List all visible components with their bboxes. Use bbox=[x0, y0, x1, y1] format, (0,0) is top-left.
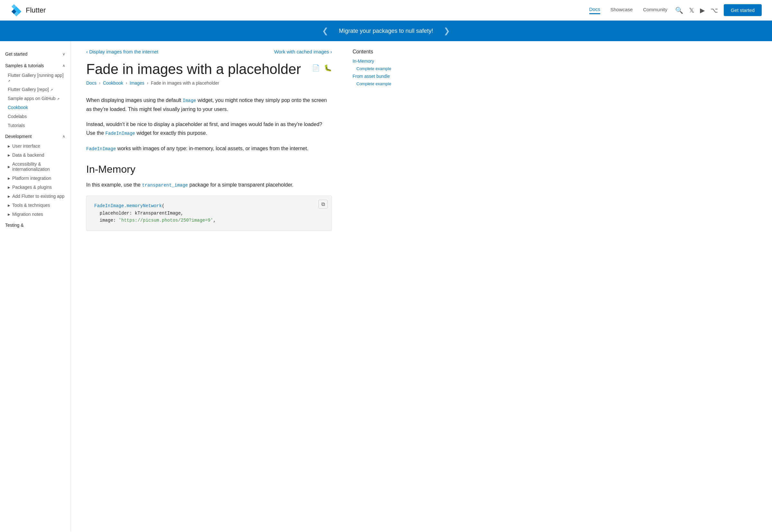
fadeinimage-link-2[interactable]: FadeInImage bbox=[86, 146, 116, 151]
sidebar-get-started-header[interactable]: Get started ∨ bbox=[0, 49, 70, 59]
contents-panel: Contents In-Memory Complete example From… bbox=[347, 41, 412, 531]
sidebar-section-samples: Samples & tutorials ∧ Flutter Gallery [r… bbox=[0, 60, 70, 130]
code-line-1: FadeInImage.memoryNetwork( bbox=[94, 202, 324, 209]
code-method-memorynetwork: .memoryNetwork bbox=[124, 203, 162, 208]
sidebar-item-gallery-repo[interactable]: Flutter Gallery [repo] ↗ bbox=[0, 85, 70, 94]
contents-link-complete-example-2[interactable]: Complete example bbox=[353, 81, 407, 86]
breadcrumb-cookbook[interactable]: Cookbook bbox=[103, 80, 123, 86]
edit-icon[interactable]: 📄 bbox=[312, 64, 320, 72]
sidebar: Get started ∨ Samples & tutorials ∧ Flut… bbox=[0, 41, 71, 531]
banner-text: Migrate your packages to null safety! bbox=[339, 28, 433, 34]
title-actions: 📄 🐛 bbox=[312, 64, 332, 72]
sidebar-item-add-flutter[interactable]: ▶ Add Flutter to existing app bbox=[0, 192, 70, 201]
youtube-icon[interactable]: ▶ bbox=[700, 6, 705, 14]
code-image-value: 'https://picsum.photos/250?image=9' bbox=[119, 218, 213, 223]
arrow-icon: ▶ bbox=[8, 213, 10, 216]
transparent-image-link[interactable]: transparent_image bbox=[142, 183, 188, 188]
sidebar-item-data-backend[interactable]: ▶ Data & backend bbox=[0, 151, 70, 160]
breadcrumb-current: Fade in images with a placeholder bbox=[151, 80, 219, 86]
sidebar-testing-label: Testing & bbox=[5, 223, 24, 228]
sidebar-samples-label: Samples & tutorials bbox=[5, 63, 44, 68]
sidebar-item-platform-integration[interactable]: ▶ Platform integration bbox=[0, 174, 70, 183]
code-placeholder-line: placeholder: kTransparentImage, bbox=[94, 211, 183, 216]
code-image-key: image: bbox=[94, 218, 119, 223]
sidebar-item-gallery-running[interactable]: Flutter Gallery [running app] ↗ bbox=[0, 71, 70, 85]
github-icon[interactable]: ⌥ bbox=[711, 6, 718, 14]
breadcrumb-docs[interactable]: Docs bbox=[86, 80, 97, 86]
logo-text: Flutter bbox=[26, 6, 46, 14]
arrow-icon: ▶ bbox=[8, 195, 10, 198]
sidebar-item-accessibility[interactable]: ▶ Accessibility & internationalization bbox=[0, 160, 70, 174]
announcement-banner: ❮ Migrate your packages to null safety! … bbox=[0, 21, 772, 41]
image-widget-link[interactable]: Image bbox=[183, 98, 196, 103]
in-memory-heading: In-Memory bbox=[86, 163, 332, 175]
search-icon[interactable]: 🔍 bbox=[675, 6, 683, 14]
sidebar-item-tutorials[interactable]: Tutorials bbox=[0, 121, 70, 130]
nav-community[interactable]: Community bbox=[643, 7, 667, 14]
breadcrumb-sep-2: › bbox=[126, 81, 127, 85]
nav-links: Docs Showcase Community bbox=[589, 6, 667, 14]
fadeinimage-link-1[interactable]: FadeInImage bbox=[106, 131, 135, 136]
in-memory-paragraph: In this example, use the transparent_ima… bbox=[86, 180, 332, 189]
copy-button[interactable]: ⧉ bbox=[318, 200, 328, 209]
sidebar-item-cookbook[interactable]: Cookbook bbox=[0, 103, 70, 112]
sidebar-item-packages-plugins[interactable]: ▶ Packages & plugins bbox=[0, 183, 70, 192]
sidebar-item-codelabs[interactable]: Codelabs bbox=[0, 112, 70, 121]
contents-title: Contents bbox=[353, 49, 407, 55]
arrow-icon: ▶ bbox=[8, 153, 10, 157]
arrow-icon: ▶ bbox=[8, 186, 10, 189]
code-line-3: image: 'https://picsum.photos/250?image=… bbox=[94, 217, 324, 224]
prev-page-link[interactable]: ‹ Display images from the internet bbox=[86, 49, 158, 54]
page-layout: Get started ∨ Samples & tutorials ∧ Flut… bbox=[0, 41, 772, 531]
page-title: Fade in images with a placeholder bbox=[86, 61, 301, 78]
arrow-icon: ▶ bbox=[8, 204, 10, 207]
flutter-logo-icon bbox=[10, 4, 23, 16]
page-navigation: ‹ Display images from the internet Work … bbox=[86, 49, 332, 54]
nav-showcase[interactable]: Showcase bbox=[611, 7, 633, 14]
banner-next-arrow[interactable]: ❯ bbox=[444, 26, 450, 35]
logo-link[interactable]: Flutter bbox=[10, 4, 46, 16]
next-page-link[interactable]: Work with cached images › bbox=[274, 49, 332, 54]
arrow-icon: ▶ bbox=[8, 165, 10, 169]
sidebar-development-label: Development bbox=[5, 134, 32, 139]
contents-link-complete-example-1[interactable]: Complete example bbox=[353, 66, 407, 71]
arrow-icon: ▶ bbox=[8, 144, 10, 148]
sidebar-item-migration-notes[interactable]: ▶ Migration notes bbox=[0, 210, 70, 219]
code-keyword-fadeinimage: FadeInImage bbox=[94, 203, 124, 208]
get-started-chevron: ∨ bbox=[62, 52, 65, 56]
development-chevron: ∧ bbox=[62, 134, 65, 139]
navbar: Flutter Docs Showcase Community 🔍 𝕏 ▶ ⌥ … bbox=[0, 0, 772, 21]
samples-chevron: ∧ bbox=[62, 63, 65, 68]
contents-link-in-memory[interactable]: In-Memory bbox=[353, 59, 407, 64]
sidebar-section-get-started: Get started ∨ bbox=[0, 49, 70, 59]
breadcrumb: Docs › Cookbook › Images › Fade in image… bbox=[86, 80, 332, 86]
sidebar-item-user-interface[interactable]: ▶ User interface bbox=[0, 142, 70, 151]
intro-paragraph-1: When displaying images using the default… bbox=[86, 96, 332, 114]
banner-prev-arrow[interactable]: ❮ bbox=[322, 26, 328, 35]
get-started-button[interactable]: Get started bbox=[724, 4, 762, 16]
sidebar-section-development: Development ∧ ▶ User interface ▶ Data & … bbox=[0, 131, 70, 219]
sidebar-development-header[interactable]: Development ∧ bbox=[0, 131, 70, 142]
bug-icon[interactable]: 🐛 bbox=[324, 64, 332, 72]
code-block: ⧉ FadeInImage.memoryNetwork( placeholder… bbox=[86, 196, 332, 231]
main-content: ‹ Display images from the internet Work … bbox=[71, 41, 347, 531]
sidebar-item-tools-techniques[interactable]: ▶ Tools & techniques bbox=[0, 201, 70, 210]
nav-docs[interactable]: Docs bbox=[589, 6, 600, 14]
sidebar-section-testing: Testing & bbox=[0, 220, 70, 230]
intro-paragraph-3: FadeInImage works with images of any typ… bbox=[86, 144, 332, 153]
code-line-2: placeholder: kTransparentImage, bbox=[94, 210, 324, 217]
breadcrumb-sep-1: › bbox=[99, 81, 100, 85]
title-row: Fade in images with a placeholder 📄 🐛 bbox=[86, 61, 332, 78]
breadcrumb-images[interactable]: Images bbox=[130, 80, 144, 86]
intro-paragraph-2: Instead, wouldn't it be nice to display … bbox=[86, 120, 332, 138]
breadcrumb-sep-3: › bbox=[147, 81, 148, 85]
sidebar-testing-header[interactable]: Testing & bbox=[0, 220, 70, 230]
sidebar-get-started-label: Get started bbox=[5, 51, 27, 57]
contents-link-from-asset-bundle[interactable]: From asset bundle bbox=[353, 74, 407, 79]
sidebar-item-sample-apps[interactable]: Sample apps on GitHub ↗ bbox=[0, 94, 70, 103]
navbar-icons: 🔍 𝕏 ▶ ⌥ bbox=[675, 6, 718, 14]
twitter-icon[interactable]: 𝕏 bbox=[689, 6, 694, 14]
sidebar-samples-header[interactable]: Samples & tutorials ∧ bbox=[0, 60, 70, 71]
arrow-icon: ▶ bbox=[8, 177, 10, 180]
